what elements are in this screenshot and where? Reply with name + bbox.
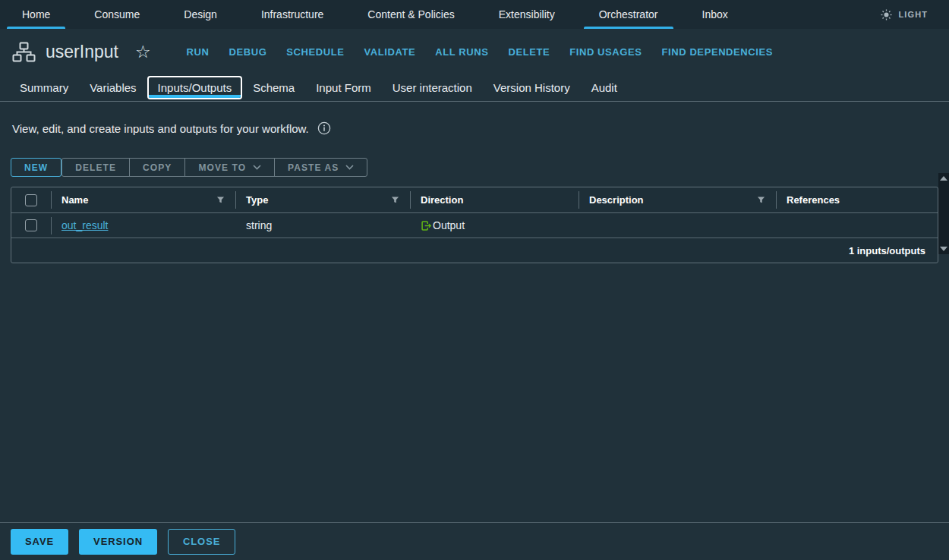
- paste-as-dropdown[interactable]: PASTE AS: [274, 159, 367, 176]
- table-footer-count: 1 inputs/outputs: [849, 245, 925, 256]
- top-navbar: Home Consume Design Infrastructure Conte…: [0, 0, 949, 29]
- save-button[interactable]: SAVE: [11, 529, 68, 555]
- tab-user-interaction-label: User interaction: [393, 81, 472, 94]
- nav-item-content-policies[interactable]: Content & Policies: [345, 0, 476, 29]
- tab-version-history-label: Version History: [493, 81, 570, 94]
- column-header-description-label: Description: [589, 194, 644, 206]
- column-header-name-label: Name: [61, 194, 88, 206]
- header-checkbox-cell: [11, 187, 51, 212]
- chevron-down-icon: [345, 165, 354, 170]
- main-content: View, edit, and create inputs and output…: [0, 121, 949, 263]
- output-direction-icon: [421, 220, 432, 231]
- validate-button[interactable]: VALIDATE: [355, 46, 426, 58]
- cell-direction: Output: [410, 213, 579, 238]
- favorite-star-icon[interactable]: ☆: [135, 43, 151, 61]
- delete-workflow-button[interactable]: DELETE: [498, 46, 560, 58]
- column-header-name[interactable]: Name: [51, 187, 235, 212]
- nav-item-orchestrator[interactable]: Orchestrator: [577, 0, 680, 29]
- table-header-row: Name Type Direction Description Referenc…: [11, 187, 938, 212]
- tab-inputs-outputs[interactable]: Inputs/Outputs: [147, 76, 243, 99]
- tab-version-history[interactable]: Version History: [483, 76, 581, 99]
- all-runs-button[interactable]: ALL RUNS: [425, 46, 498, 58]
- nav-item-inbox-label: Inbox: [702, 8, 728, 20]
- tab-audit[interactable]: Audit: [581, 76, 628, 99]
- tab-inputs-outputs-label: Inputs/Outputs: [158, 81, 232, 94]
- page-description-row: View, edit, and create inputs and output…: [11, 121, 938, 135]
- copy-button[interactable]: COPY: [129, 159, 184, 176]
- nav-item-infrastructure-label: Infrastructure: [261, 8, 323, 20]
- cell-name: out_result: [51, 213, 235, 238]
- tab-audit-label: Audit: [591, 81, 617, 94]
- tab-variables[interactable]: Variables: [79, 76, 147, 99]
- tab-input-form-label: Input Form: [316, 81, 371, 94]
- tab-schema[interactable]: Schema: [242, 76, 305, 99]
- output-name-link[interactable]: out_result: [61, 219, 108, 231]
- schedule-button[interactable]: SCHEDULE: [276, 46, 354, 58]
- nav-item-extensibility[interactable]: Extensibility: [477, 0, 577, 29]
- delete-button[interactable]: DELETE: [62, 159, 129, 176]
- inputs-outputs-table: Name Type Direction Description Referenc…: [11, 187, 938, 263]
- nav-item-design-label: Design: [184, 8, 217, 20]
- move-to-label: MOVE TO: [198, 162, 246, 173]
- paste-as-label: PASTE AS: [288, 162, 339, 173]
- column-header-references[interactable]: References: [776, 187, 938, 212]
- vertical-scrollbar[interactable]: [938, 173, 949, 254]
- tab-summary[interactable]: Summary: [9, 76, 79, 99]
- filter-icon[interactable]: [391, 196, 399, 204]
- move-to-dropdown[interactable]: MOVE TO: [184, 159, 274, 176]
- find-usages-button[interactable]: FIND USAGES: [560, 46, 651, 58]
- nav-item-orchestrator-label: Orchestrator: [599, 8, 658, 20]
- workflow-icon: [12, 42, 36, 62]
- column-header-direction-label: Direction: [421, 194, 463, 206]
- table-footer: 1 inputs/outputs: [11, 238, 938, 263]
- column-header-direction[interactable]: Direction: [410, 187, 579, 212]
- filter-icon[interactable]: [216, 196, 225, 204]
- toolbar-button-group: DELETE COPY MOVE TO PASTE AS: [61, 158, 367, 177]
- nav-item-consume-label: Consume: [94, 8, 140, 20]
- row-checkbox-cell: [11, 213, 51, 238]
- nav-item-consume[interactable]: Consume: [72, 0, 162, 29]
- scroll-down-arrow-icon[interactable]: [940, 247, 947, 251]
- column-header-type[interactable]: Type: [235, 187, 410, 212]
- version-button[interactable]: VERSION: [79, 529, 157, 555]
- table-row: out_result string Output: [11, 212, 938, 238]
- column-header-description[interactable]: Description: [579, 187, 776, 212]
- chevron-down-icon: [253, 165, 261, 170]
- nav-item-design[interactable]: Design: [162, 0, 239, 29]
- tab-summary-label: Summary: [20, 81, 68, 94]
- cell-direction-value: Output: [433, 219, 465, 231]
- nav-item-home[interactable]: Home: [0, 0, 72, 29]
- bottom-action-bar: SAVE VERSION CLOSE: [0, 522, 949, 560]
- run-button[interactable]: RUN: [177, 46, 219, 58]
- cell-type-value: string: [246, 219, 272, 231]
- select-all-checkbox[interactable]: [25, 194, 37, 206]
- tab-schema-label: Schema: [253, 81, 295, 94]
- nav-item-inbox[interactable]: Inbox: [680, 0, 750, 29]
- page-description: View, edit, and create inputs and output…: [12, 122, 309, 135]
- row-checkbox[interactable]: [25, 219, 37, 231]
- theme-toggle-label: LIGHT: [899, 10, 929, 19]
- tab-user-interaction[interactable]: User interaction: [382, 76, 483, 99]
- column-header-type-label: Type: [246, 194, 268, 206]
- workflow-title: userInput: [46, 42, 118, 62]
- scroll-up-arrow-icon[interactable]: [940, 176, 947, 181]
- workflow-tabs: Summary Variables Inputs/Outputs Schema …: [0, 74, 949, 102]
- nav-item-extensibility-label: Extensibility: [499, 8, 555, 20]
- workflow-header: userInput ☆ RUN DEBUG SCHEDULE VALIDATE …: [0, 29, 949, 74]
- find-dependencies-button[interactable]: FIND DEPENDENCIES: [652, 46, 783, 58]
- info-icon[interactable]: [317, 121, 331, 135]
- column-header-references-label: References: [787, 194, 840, 206]
- theme-toggle[interactable]: LIGHT: [881, 0, 949, 29]
- nav-item-home-label: Home: [22, 8, 50, 20]
- new-button[interactable]: NEW: [11, 158, 61, 177]
- tab-variables-label: Variables: [90, 81, 136, 94]
- filter-icon[interactable]: [757, 196, 765, 204]
- cell-type: string: [235, 213, 410, 238]
- nav-item-content-policies-label: Content & Policies: [367, 8, 454, 20]
- io-toolbar: NEW DELETE COPY MOVE TO PASTE AS: [11, 158, 938, 177]
- cell-description: [579, 213, 776, 238]
- nav-item-infrastructure[interactable]: Infrastructure: [239, 0, 345, 29]
- tab-input-form[interactable]: Input Form: [305, 76, 382, 99]
- debug-button[interactable]: DEBUG: [219, 46, 276, 58]
- close-button[interactable]: CLOSE: [168, 529, 235, 555]
